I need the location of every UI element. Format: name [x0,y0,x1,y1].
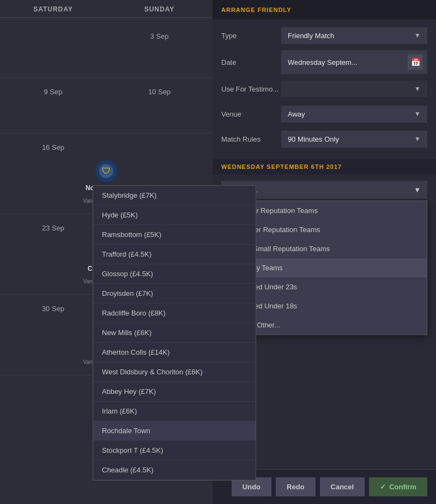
confirm-label: Confirm [389,483,416,491]
saturday-header: SATURDAY [0,5,106,13]
week-1: 3 Sep [0,22,213,78]
team-item-6[interactable]: Radcliffe Boro (£8K) [93,303,256,323]
team-item-13[interactable]: Stockport T (£4.5K) [93,441,256,460]
team-item-8[interactable]: Atherton Colls (£14K) [93,343,256,362]
sun-date-1: 3 Sep [106,30,213,42]
confirm-button[interactable]: ✓ Confirm [369,477,427,496]
sat-date-2: 9 Sep [0,86,106,98]
arrange-title: ARRANGE FRIENDLY [213,0,436,20]
section-date: WEDNESDAY SEPTEMBER 6TH 2017 [213,159,436,174]
team-item-4[interactable]: Glossop (£4.5K) [93,264,256,284]
arrange-form: Type Friendly Match ▼ Date Wednesday Sep… [213,20,436,159]
team-item-7[interactable]: New Mills (£6K) [93,323,256,343]
type-label: Type [221,32,281,40]
team-item-12[interactable]: Rochdale Town [93,421,256,441]
svg-text:🛡: 🛡 [102,166,111,175]
testimonal-row: Use For Testimo... ▼ [221,78,427,99]
redo-button[interactable]: Redo [276,477,316,496]
calendar-icon-button[interactable]: 📅 [408,54,423,70]
team-item-10[interactable]: Abbey Hey (£7K) [93,382,256,402]
sunday-header: SUNDAY [106,5,213,13]
team-list: Stalybridge (£7K) Hyde (£5K) Ramsbottom … [93,185,256,481]
sat-date-3: 16 Sep [0,141,106,154]
date-label: Date [221,58,281,66]
team-item-3[interactable]: Trafford (£4.5K) [93,245,256,264]
team-item-2[interactable]: Ramsbottom (£5K) [93,225,256,245]
sat-date-5: 30 Sep [0,302,106,315]
week-2: 9 Sep 10 Sep [0,78,213,133]
sun-date-3 [106,141,213,154]
calendar-header: SATURDAY SUNDAY [0,5,213,18]
type-row: Type Friendly Match ▼ [221,25,427,46]
match-rules-dropdown[interactable]: 90 Minutes Only ▼ [281,131,427,148]
testimonal-dropdown: ▼ [281,81,427,97]
venue-row: Venue Away ▼ [221,104,427,124]
check-icon: ✓ [380,483,386,491]
team-item-9[interactable]: West Didsbury & Chorlton (£6K) [93,362,256,382]
date-row: Date Wednesday Septem... 📅 [221,50,427,74]
choose-chevron-icon: ▼ [414,186,421,194]
venue-chevron-icon: ▼ [414,110,421,118]
type-dropdown[interactable]: Friendly Match ▼ [281,27,427,44]
date-control[interactable]: Wednesday Septem... 📅 [281,50,427,74]
team-item-0[interactable]: Stalybridge (£7K) [93,186,256,205]
team-item-5[interactable]: Droylsden (£7K) [93,284,256,303]
date-value: Wednesday Septem... [288,58,358,66]
north-ferriby-badge: 🛡 [95,160,117,182]
testimonal-label: Use For Testimo... [221,85,281,93]
venue-label: Venue [221,110,281,118]
type-chevron-icon: ▼ [414,32,421,39]
team-item-14[interactable]: Cheadle (£4.5K) [93,460,256,480]
cancel-button[interactable]: Cancel [320,477,365,496]
type-value: Friendly Match [288,32,334,40]
sun-date-2: 10 Sep [106,86,213,98]
sat-date-4: 23 Sep [0,222,106,234]
match-rules-chevron-icon: ▼ [414,135,421,143]
match-rules-row: Match Rules 90 Minutes Only ▼ [221,129,427,149]
match-rules-value: 90 Minutes Only [288,135,339,143]
match-rules-label: Match Rules [221,135,281,143]
sat-date-1 [0,30,106,42]
team-item-11[interactable]: Irlam (£6K) [93,402,256,421]
testimonal-chevron-icon: ▼ [414,85,421,93]
team-item-1[interactable]: Hyde (£5K) [93,205,256,225]
venue-value: Away [288,110,305,118]
venue-dropdown[interactable]: Away ▼ [281,106,427,123]
